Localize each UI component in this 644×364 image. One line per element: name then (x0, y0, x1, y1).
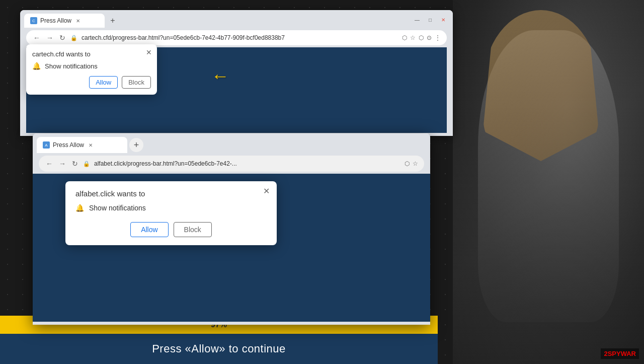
front-back-button[interactable]: ← (45, 159, 54, 169)
front-tab-label: Press Allow (53, 141, 84, 149)
front-share-icon[interactable]: ⬡ (405, 160, 410, 167)
front-bell-icon: 🔔 (75, 204, 84, 212)
front-allow-button[interactable]: Allow (130, 222, 168, 237)
front-reload-button[interactable]: ↻ (71, 159, 79, 169)
press-allow-text: Press «Allow» to continue (152, 342, 286, 355)
top-extensions-icon[interactable]: ⬡ (419, 34, 424, 41)
front-new-tab-button[interactable]: + (129, 138, 143, 152)
minimize-button[interactable]: — (412, 16, 423, 24)
close-button[interactable]: ✕ (438, 16, 449, 24)
top-notification-popup: ✕ cartech.cfd wants to 🔔 Show notificati… (26, 44, 157, 95)
front-active-tab[interactable]: A Press Allow ✕ (37, 137, 127, 153)
top-bell-icon: 🔔 (32, 62, 41, 70)
front-notif-show-text: Show notifications (89, 204, 146, 212)
top-notif-title: cartech.cfd wants to (32, 50, 151, 58)
top-notif-close[interactable]: ✕ (146, 48, 152, 56)
front-tab-close[interactable]: ✕ (87, 141, 94, 149)
top-url[interactable]: cartech.cfd/progress-bar.html?un=05ede6c… (82, 34, 398, 41)
top-share-icon[interactable]: ⬡ (402, 34, 407, 41)
front-favicon: A (43, 141, 50, 149)
top-address-bar[interactable]: ← → ↻ 🔒 cartech.cfd/progress-bar.html?un… (26, 30, 447, 45)
top-active-tab[interactable]: C Press Allow ✕ (24, 14, 105, 28)
main-content: C Press Allow ✕ + — □ ✕ ← → ↻ 🔒 cartech.… (0, 0, 453, 364)
top-block-button[interactable]: Block (122, 76, 151, 89)
spywar-watermark: 2SPYWAR (601, 348, 639, 359)
front-block-button[interactable]: Block (174, 222, 212, 237)
top-forward-button[interactable]: → (45, 33, 54, 43)
front-notif-show-row: 🔔 Show notifications (75, 204, 267, 212)
press-allow-section: Press «Allow» to continue (0, 334, 438, 364)
top-addr-icons: ⬡ ☆ ⬡ ⊙ ⋮ (402, 34, 441, 41)
top-notif-buttons: Allow Block (32, 76, 151, 89)
front-notif-close[interactable]: ✕ (263, 186, 270, 196)
top-notif-show-row: 🔔 Show notifications (32, 62, 151, 70)
front-tab-bar: A Press Allow ✕ + (33, 133, 430, 154)
top-notif-show-text: Show notifications (45, 62, 98, 70)
top-tab-label: Press Allow (40, 17, 71, 24)
top-favicon: C (30, 17, 37, 24)
top-reload-button[interactable]: ↻ (58, 33, 66, 43)
top-allow-button[interactable]: Allow (89, 76, 118, 89)
front-notif-buttons: Allow Block (75, 222, 267, 237)
top-tab-bar: C Press Allow ✕ + — □ ✕ (20, 10, 453, 28)
front-notification-popup: ✕ alfabet.click wants to 🔔 Show notifica… (65, 181, 277, 245)
top-back-button[interactable]: ← (32, 33, 41, 43)
top-lock-icon: 🔒 (70, 35, 77, 41)
top-menu-icon[interactable]: ⋮ (435, 34, 441, 41)
front-lock-icon: 🔒 (83, 161, 90, 167)
top-profile-icon[interactable]: ⊙ (427, 34, 432, 41)
top-new-tab-button[interactable]: + (107, 15, 119, 27)
restore-button[interactable]: □ (425, 16, 436, 24)
front-address-bar[interactable]: ← → ↻ 🔒 alfabet.click/progress-bar.html?… (39, 156, 424, 172)
top-bookmark-icon[interactable]: ☆ (410, 34, 416, 41)
woman-area (453, 0, 644, 364)
front-url[interactable]: alfabet.click/progress-bar.html?un=05ede… (94, 160, 400, 167)
front-notif-title: alfabet.click wants to (75, 189, 267, 198)
front-bookmark-icon[interactable]: ☆ (413, 160, 418, 167)
yellow-arrow: ← (211, 65, 229, 87)
front-forward-button[interactable]: → (58, 159, 67, 169)
top-tab-close[interactable]: ✕ (74, 17, 82, 24)
front-addr-icons: ⬡ ☆ (405, 160, 418, 167)
